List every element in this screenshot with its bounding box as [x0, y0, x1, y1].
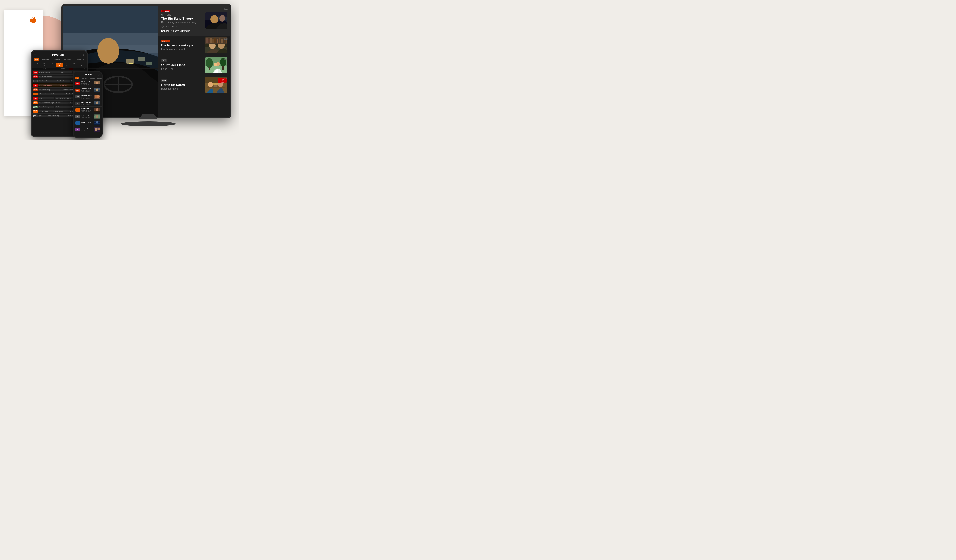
tv-orf2-number: 002 — [223, 38, 228, 41]
tablet-logo-sat1: SAT1 — [33, 97, 38, 100]
phone-info-7: Galaxy Quest - Planlos durch M... Apr 03 — [81, 121, 93, 125]
svg-point-70 — [96, 101, 99, 105]
phone-thumb-8 — [94, 127, 100, 132]
phone-channel-5[interactable]: VOX MacGyver Staffel auf Kino D... Sep 0… — [74, 107, 102, 113]
tv-orf3-show-title: Sturm der Liebe — [161, 63, 203, 67]
phone-header: Sender ⌕ — [74, 72, 102, 77]
tv-channel-orf2[interactable]: ORF2 HD Die Rosenheim-Cops Ein Geständni… — [159, 36, 230, 55]
tv-zdf-show-title: Bares für Rares — [161, 83, 203, 87]
tablet-date-do[interactable]: Do• — [71, 63, 78, 67]
phone-channel-7[interactable]: PRO7 Galaxy Quest - Planlos durch M... A… — [74, 120, 102, 126]
phone-channel-8[interactable]: ATV2 Armee Deutschland - Stumpa a... Apr… — [74, 126, 102, 133]
phone-show-2: ZDFzeit - Ein großer ihr... — [81, 88, 93, 89]
phone-thumb-7 — [94, 121, 100, 125]
svg-point-84 — [94, 127, 97, 131]
svg-rect-43 — [222, 66, 224, 70]
tablet-date-fr[interactable]: Fr• — [78, 63, 85, 67]
tablet-logo-orf1: ORF1 HD — [33, 75, 38, 78]
svg-point-50 — [208, 82, 213, 87]
phone-tab-national[interactable]: National — [89, 77, 96, 80]
orf1-badge: HD ORF1 — [161, 10, 170, 13]
tablet-tab-national[interactable]: National — [52, 58, 61, 61]
tv-channel-zdf[interactable]: ●FHD Bares für Rares Bares für Rares — [159, 75, 230, 95]
tv-channel-orf1[interactable]: HD ORF1 ORF 1 HD The Big Bang Theory Die… — [159, 6, 230, 36]
tablet-tab-all[interactable]: Alle — [34, 58, 39, 61]
tablet-date-su1[interactable]: Su• — [33, 63, 41, 67]
tablet-logo-zdf2: Z HD — [33, 84, 38, 87]
tablet-show-sport1-2: Storage Wars - Ge... — [52, 110, 69, 112]
tablet-date-su2[interactable]: Su• — [41, 63, 48, 67]
tablet-menu-icon[interactable]: ≡ — [34, 53, 36, 56]
svg-rect-71 — [94, 104, 100, 105]
phone-tab-favorites[interactable]: Favoriten — [80, 77, 88, 80]
tablet-date-mi[interactable]: Mi• — [63, 63, 70, 67]
phone-channel-1[interactable]: ORF1 Die Kanzlei - Schickgasse schlägt e… — [74, 80, 102, 87]
tablet-tab-international[interactable]: International — [74, 58, 86, 61]
tv-channel-orf3-info: ●HD Sturm der Liebe Folge 3474 — [159, 55, 206, 75]
phone-time-2: Sep 04 19:25 - 20:15 — [81, 91, 93, 92]
phone-screen: Sender ⌕ Alle Favoriten National Regiona… — [74, 72, 102, 137]
phone-time-6: Sep 02 14:30 - 15:25 — [81, 117, 93, 118]
phone-logo-6: SAT1 — [75, 115, 80, 118]
tablet-logo-zdf: ZDF HD — [33, 80, 38, 82]
tv-stand — [119, 115, 178, 126]
phone-time-4: Sep 01 20:30 - 21:00 — [81, 104, 93, 105]
phone-tab-all[interactable]: Alle — [75, 77, 79, 80]
tablet-date-mo[interactable]: Mo• — [48, 63, 55, 67]
svg-point-65 — [96, 88, 98, 91]
tablet-tabs: Alle Favoriten National Regional Interna… — [32, 57, 86, 62]
svg-point-81 — [94, 123, 100, 124]
phone-thumb-5 — [94, 108, 100, 112]
tablet-show-dmax-1: Border Control - Sp... — [46, 115, 66, 117]
tablet-search-icon[interactable]: ⌕ — [83, 53, 84, 56]
phone-search-icon[interactable]: ⌕ — [99, 73, 100, 76]
svg-point-85 — [97, 127, 100, 130]
svg-rect-53 — [213, 83, 218, 85]
svg-point-40 — [206, 58, 213, 68]
tablet-logo-sport1: SPORT1 HD — [33, 110, 38, 113]
svg-rect-27 — [206, 38, 208, 43]
tablet-show-orf-1: Verrückt nach Meer — [38, 71, 60, 73]
phone-show-3: Schwarzwälder Kirsch... Folge 4 — [81, 94, 93, 96]
phone-logo-1: ORF1 — [75, 82, 80, 85]
tablet-tab-favorites[interactable]: Favoriten — [41, 58, 50, 61]
svg-point-4 — [33, 18, 34, 19]
tablet-show-vox-1: 4 Hochzeiten und eine Traumreise — [38, 93, 65, 95]
tv-orf1-show-title: The Big Bang Theory — [161, 17, 203, 20]
tv-channel-orf1-info: HD ORF1 ORF 1 HD The Big Bang Theory Die… — [159, 6, 206, 36]
tablet-show-orf-2: Tags... — [60, 71, 72, 73]
phone-tab-regional[interactable]: Regional — [96, 77, 102, 80]
phone-time-1: Sep 01 14:30 - 15:25 — [81, 84, 93, 86]
phone-channel-3[interactable]: ZDF Schwarzwälder Kirsch... Folge 4 gesu… — [74, 94, 102, 100]
phone-subtitle-3: gesucht wird... — [81, 96, 93, 97]
svg-point-20 — [211, 15, 218, 24]
tablet-tab-regional[interactable]: Regional — [63, 58, 72, 61]
phone-time-5: Sep 02 14:30 - 15:25 — [81, 111, 93, 112]
clock-icon — [161, 25, 164, 28]
svg-rect-34 — [221, 39, 223, 43]
phone-info-6: Gut oder Schlecht - allerster Sep 02 14:… — [81, 115, 93, 118]
tablet-logo-orf2hd: ORF2 HD — [33, 88, 38, 91]
tablet-date-today[interactable]: Heute4 — [56, 63, 63, 67]
tv-orf1-thumbnail — [206, 13, 227, 28]
phone-info-3: Schwarzwälder Kirsch... Folge 4 gesucht … — [81, 94, 93, 99]
phone-channel-2[interactable]: 2ORF ZDFzeit - Ein großer ihr... Daten s… — [74, 87, 102, 94]
phone-channel-6[interactable]: SAT1 Gut oder Schlecht - allerster Sep 0… — [74, 113, 102, 120]
tv-orf2-show-title: Die Rosenheim-Cops — [161, 44, 203, 47]
phone-subtitle-5: Staffel auf Kino D... — [81, 110, 93, 111]
tv-channel-orf3[interactable]: ●HD Sturm der Liebe Folge 3474 — [159, 55, 230, 75]
phone-thumb-4 — [94, 101, 100, 105]
tv-zdf-show-subtitle: Bares für Rares — [161, 87, 203, 90]
svg-text:Rares: Rares — [221, 82, 224, 83]
tv-sidebar: ★ ☰ HD ORF1 ORF 1 HD The Big Bang Theory… — [159, 6, 230, 117]
tablet-date-row: Su• Su• Mo• Heute4 Mi• Do• Fr• — [32, 62, 86, 68]
tv-orf1-show-subtitle: Die Feiertags-Zusammenfassung — [161, 21, 203, 24]
phone-channel-4[interactable]: ARD Wer sieht das doch? Sep 01 20:30 - 2… — [74, 100, 102, 107]
tv-orf1-number: 001 — [223, 8, 228, 10]
tv-orf3-number: 003 — [223, 57, 228, 60]
svg-point-17 — [131, 63, 133, 64]
svg-rect-74 — [94, 111, 100, 112]
phone-thumb-6 — [94, 115, 100, 119]
tablet-show-sat1-1: Navy CIS — [38, 97, 55, 99]
phone-channel-list: ORF1 Die Kanzlei - Schickgasse schlägt e… — [74, 80, 102, 133]
